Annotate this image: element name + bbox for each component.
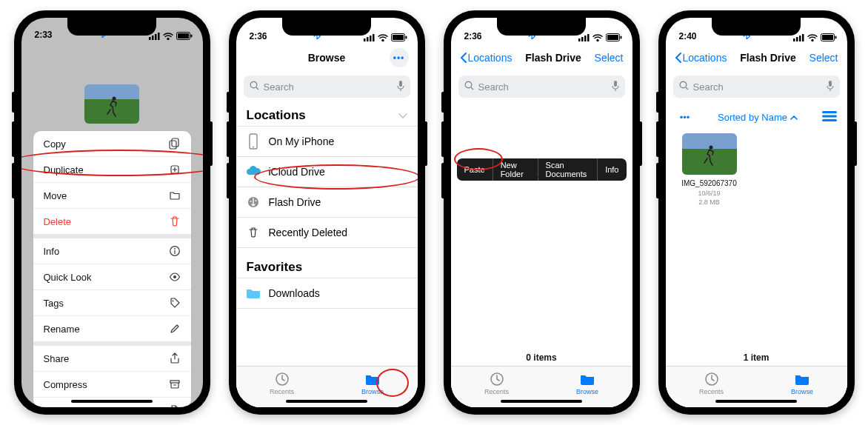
svg-point-14 [173,275,176,278]
screen-flash-filled: 2:40 Locations Flash Drive Select Search… [666,18,847,407]
trash-icon [169,215,181,227]
more-button[interactable]: ••• [390,48,409,67]
svg-rect-53 [822,115,837,117]
svg-rect-42 [793,39,795,41]
svg-rect-33 [584,36,587,41]
mic-icon[interactable] [397,81,404,93]
svg-point-12 [174,248,176,250]
action-duplicate[interactable]: Duplicate [33,157,191,183]
callout-scan-documents[interactable]: Scan Documents [538,158,598,181]
svg-rect-52 [822,111,837,113]
action-quick-look[interactable]: Quick Look [33,264,191,290]
action-tags[interactable]: Tags [33,290,191,316]
callout-label: New Folder [501,161,530,178]
location-recently-deleted[interactable]: Recently Deleted [236,217,418,248]
action-copy[interactable]: Copy [33,131,191,157]
action-info[interactable]: Info [33,238,191,264]
screen-context-menu: 2:33 CopyDuplicateMoveDeleteInfoQuick Lo… [21,18,203,407]
photo-preview [84,84,139,124]
action-label: Create PDF [44,405,95,407]
duplicate-icon [169,164,181,175]
home-indicator [71,400,153,403]
location-label: On My iPhone [269,135,335,147]
action-label: Rename [44,324,80,335]
svg-rect-54 [822,119,837,121]
battery-icon [176,32,193,40]
svg-rect-6 [190,35,192,38]
action-label: Move [44,190,67,201]
tab-recents[interactable]: Recents [270,372,294,395]
location-icloud-drive[interactable]: iCloud Drive [236,156,418,187]
back-button[interactable]: Locations [675,52,727,64]
file-item[interactable]: IMG_592067370 10/6/19 2.8 MB [676,133,743,206]
nav-title: Flash Drive [727,52,809,64]
tab-recents-label: Recents [270,388,294,395]
tag-icon [169,297,181,309]
tab-browse[interactable]: Browse [791,372,813,395]
select-button[interactable]: Select [595,52,624,64]
svg-rect-45 [802,34,804,41]
iphone-icon [245,133,261,150]
action-share[interactable]: Share [33,346,191,372]
svg-rect-31 [578,39,581,41]
favorites-header[interactable]: Favorites [236,255,418,278]
navbar: Locations Flash Drive Select [666,43,847,73]
sort-button[interactable]: Sorted by Name [718,112,798,123]
callout-info[interactable]: Info [598,158,626,181]
battery-icon [821,33,837,41]
navbar: Locations Flash Drive Select [451,43,632,73]
clock: 2:40 [679,31,697,41]
trash-icon [245,224,261,241]
locations-header-label: Locations [247,108,306,123]
svg-rect-5 [178,33,189,39]
context-callout: PasteNew FolderScan DocumentsInfo [457,158,627,181]
favorite-downloads[interactable]: Downloads [236,278,418,309]
select-button[interactable]: Select [809,52,838,64]
svg-point-38 [465,81,472,88]
pencil-icon [169,323,181,335]
search-field[interactable]: Search [458,76,625,98]
wifi-icon [378,34,388,41]
back-label: Locations [683,52,727,64]
search-icon [679,81,689,93]
svg-point-15 [172,301,173,302]
svg-rect-22 [393,35,404,40]
home-indicator [501,400,582,403]
screen-browse: 2:36 Browse ••• Search Locations On My i… [236,18,418,407]
action-rename[interactable]: Rename [33,316,191,346]
clock: 2:33 [35,30,53,40]
action-label: Compress [44,379,87,390]
svg-rect-36 [607,35,618,40]
search-field[interactable]: Search [673,76,840,98]
action-move[interactable]: Move [33,183,191,209]
svg-rect-3 [158,33,160,40]
archive-icon [169,378,181,390]
chevron-down-icon [398,108,407,123]
svg-rect-44 [799,36,801,41]
nav-title: Browse [264,52,390,64]
callout-new-folder[interactable]: New Folder [493,158,538,181]
svg-rect-47 [822,35,833,40]
search-field[interactable]: Search [244,76,410,98]
tab-browse[interactable]: Browse [361,372,384,395]
view-toggle-button[interactable] [822,111,837,124]
tab-browse[interactable]: Browse [576,372,598,395]
favorite-label: Downloads [269,287,320,299]
folder-icon [794,372,810,386]
sort-bar: ••• Sorted by Name [666,104,847,129]
tab-recents[interactable]: Recents [699,372,724,395]
tab-recents[interactable]: Recents [484,372,509,395]
cell-signal-icon [364,34,375,41]
file-date: 10/6/19 [698,190,720,197]
action-compress[interactable]: Compress [33,372,191,398]
empty-folder-content[interactable]: PasteNew FolderScan DocumentsInfo 0 item… [451,104,632,407]
mic-icon[interactable] [612,81,619,93]
locations-header[interactable]: Locations [236,104,418,126]
location-flash-drive[interactable]: Flash Drive [236,187,418,217]
more-button[interactable]: ••• [676,108,694,126]
action-delete[interactable]: Delete [33,209,191,238]
callout-paste[interactable]: Paste [457,158,493,181]
back-button[interactable]: Locations [460,52,513,64]
mic-icon[interactable] [827,81,834,93]
location-on-my-iphone[interactable]: On My iPhone [236,126,418,156]
